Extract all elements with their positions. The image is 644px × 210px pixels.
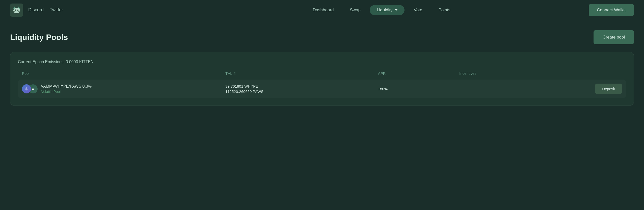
svg-point-4 [15,9,16,11]
apr-value: 150% [378,87,459,91]
tvl-line1: 39.701801 WHYPE [225,84,378,88]
header: Discord Twitter Dashboard Swap Liquidity… [0,0,644,20]
main-content: Liquidity Pools Create pool Current Epoc… [0,20,644,116]
svg-point-5 [17,9,19,11]
pool-icons: $ ≡ [22,84,38,93]
nav-liquidity-label: Liquidity [377,8,392,13]
nav-vote[interactable]: Vote [407,5,429,15]
col-tvl: TVL ⇅ [225,71,378,76]
discord-link[interactable]: Discord [28,7,44,13]
main-nav: Dashboard Swap Liquidity Vote Points [306,5,457,15]
nav-dashboard[interactable]: Dashboard [306,5,341,15]
tvl-line2: 112520.260650 PAWS [225,89,378,94]
create-pool-button[interactable]: Create pool [594,30,634,44]
col-incentives: Incentives [459,71,561,76]
pool-type: Volatile Pool [41,90,92,94]
svg-line-10 [18,11,20,12]
page-header: Liquidity Pools Create pool [10,30,634,44]
social-links: Discord Twitter [28,7,63,13]
col-action [561,71,622,76]
pool-identity: $ ≡ vAMM-WHYPE/PAWS 0.3% Volatile Pool [22,84,225,94]
svg-line-8 [13,11,15,12]
tvl-info: 39.701801 WHYPE 112520.260650 PAWS [225,84,378,94]
table-row: $ ≡ vAMM-WHYPE/PAWS 0.3% Volatile Pool 3… [18,80,626,98]
col-apr: APR [378,71,459,76]
nav-swap[interactable]: Swap [343,5,368,15]
deposit-button[interactable]: Deposit [595,84,622,94]
nav-points[interactable]: Points [431,5,457,15]
twitter-link[interactable]: Twitter [50,7,63,13]
epoch-info: Current Epoch Emissions: 0.0000 KITTEN [18,60,626,64]
pool-name-info: vAMM-WHYPE/PAWS 0.3% Volatile Pool [41,84,92,94]
token-icon-whype: $ [22,84,31,93]
pool-name: vAMM-WHYPE/PAWS 0.3% [41,84,92,89]
svg-point-3 [13,8,20,13]
page-title: Liquidity Pools [10,33,68,42]
svg-point-6 [16,11,17,11]
col-pool: Pool [22,71,225,76]
pool-card: Current Epoch Emissions: 0.0000 KITTEN P… [10,52,634,106]
tvl-sort-icon[interactable]: ⇅ [233,72,236,75]
table-header: Pool TVL ⇅ APR Incentives [18,69,626,78]
liquidity-chevron-icon [395,9,397,11]
connect-wallet-button[interactable]: Connect Wallet [589,4,634,16]
nav-liquidity[interactable]: Liquidity [370,5,405,15]
logo [10,4,23,17]
